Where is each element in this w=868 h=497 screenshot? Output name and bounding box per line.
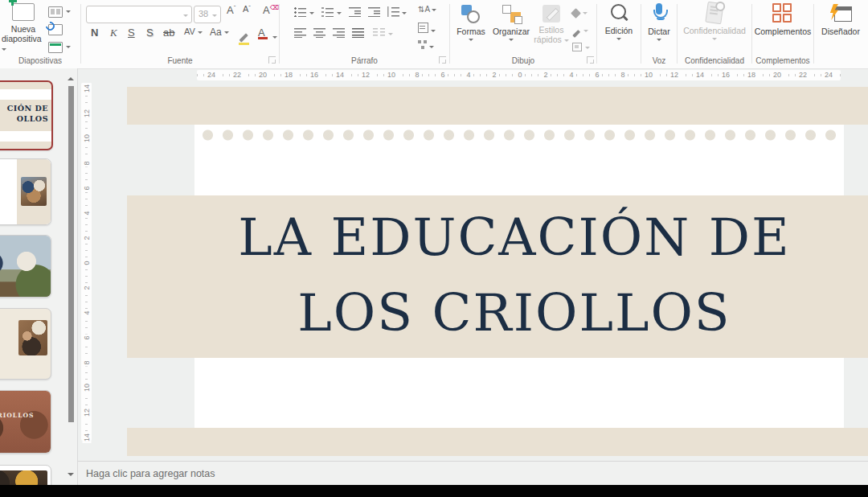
clear-formatting-button[interactable]: A⌫ xyxy=(263,4,279,16)
chevron-down-icon xyxy=(469,39,473,43)
shrink-font-button[interactable]: Aˇ xyxy=(243,4,251,14)
confidentiality-button[interactable]: Confidencialidad xyxy=(690,2,739,43)
font-size-input[interactable]: 38 xyxy=(194,6,221,23)
title-line-1: LA EDUCACIÓN DE xyxy=(194,199,834,275)
character-spacing-button[interactable]: AV xyxy=(184,27,203,36)
quick-styles-icon xyxy=(542,5,560,23)
scroll-up-arrow-icon[interactable] xyxy=(68,74,74,80)
slide-lower-white-area[interactable] xyxy=(194,358,844,428)
chevron-down-icon xyxy=(309,12,314,17)
chevron-down-icon xyxy=(272,36,277,41)
align-text-button[interactable] xyxy=(418,23,436,35)
group-label-drawing: Dibujo xyxy=(450,56,596,65)
drawing-dialog-launcher[interactable] xyxy=(587,56,594,64)
strikethrough-button[interactable]: ab xyxy=(163,27,174,39)
thumbnail-image xyxy=(21,177,47,206)
group-slides: Nueva diapositiva Diapositivas xyxy=(0,0,80,68)
ribbon: Nueva diapositiva Diapositivas 38 Aˆ Aˇ … xyxy=(0,0,868,69)
arrange-button[interactable]: Organizar xyxy=(489,5,534,43)
designer-button[interactable]: Diseñador xyxy=(816,4,866,36)
slide-bottom-beige-band[interactable] xyxy=(127,428,868,456)
bold-button[interactable]: N xyxy=(91,27,98,39)
addins-grid-icon xyxy=(772,3,793,24)
notes-pane[interactable]: Haga clic para agregar notas xyxy=(78,461,868,486)
align-center-button[interactable] xyxy=(313,27,326,38)
new-slide-button[interactable]: Nueva diapositiva xyxy=(2,3,45,53)
slide-thumbnail-5[interactable]: CRIOLLOS xyxy=(0,390,51,454)
layout-button[interactable] xyxy=(48,4,71,18)
designer-icon xyxy=(829,4,852,23)
underline-button[interactable]: S xyxy=(128,27,135,39)
paragraph-dialog-launcher[interactable] xyxy=(439,56,446,64)
shape-fill-button[interactable] xyxy=(572,6,588,20)
thumbnail-image xyxy=(18,320,47,355)
chevron-down-icon xyxy=(564,39,569,44)
highlighter-icon xyxy=(240,33,248,42)
text-shadow-button[interactable]: S xyxy=(146,27,154,39)
shape-outline-button[interactable] xyxy=(572,23,588,38)
shape-effects-button[interactable] xyxy=(572,40,590,55)
title-line-2: LOS CRIOLLOS xyxy=(194,275,834,351)
grow-font-button[interactable]: Aˆ xyxy=(227,4,235,16)
group-label-font: Fuente xyxy=(81,56,279,65)
text-highlight-button[interactable] xyxy=(239,29,249,45)
group-editing: Edición xyxy=(597,0,641,68)
shapes-button[interactable]: Formas xyxy=(453,5,489,43)
group-label-confidentiality: Confidencialidad xyxy=(678,56,751,65)
bullets-button[interactable] xyxy=(294,6,307,17)
shape-outline-icon xyxy=(572,29,580,37)
slide-thumbnail-1-selected[interactable]: CIÓN DEOLLOS xyxy=(0,80,53,150)
horizontal-ruler: 2422201816141210864202468101214161820222… xyxy=(197,70,841,80)
editing-button[interactable]: Edición xyxy=(599,3,639,43)
group-label-addins: Complementos xyxy=(752,56,813,65)
chevron-down-icon xyxy=(224,31,229,36)
group-label-paragraph: Párrafo xyxy=(280,56,449,65)
chevron-down-icon xyxy=(657,39,661,43)
confidentiality-icon xyxy=(705,2,723,25)
scroll-down-arrow-icon[interactable] xyxy=(68,473,74,479)
columns-button[interactable] xyxy=(373,27,386,38)
slide-thumbnail-4[interactable] xyxy=(0,308,51,380)
align-left-button[interactable] xyxy=(294,27,307,38)
shapes-icon xyxy=(461,5,481,24)
shape-effects-icon xyxy=(572,43,582,51)
convert-smartart-button[interactable] xyxy=(418,40,434,51)
italic-button[interactable]: K xyxy=(110,27,117,39)
chevron-down-icon xyxy=(583,12,588,17)
font-name-input[interactable] xyxy=(86,6,192,23)
slide-title-textbox[interactable]: LA EDUCACIÓN DE LOS CRIOLLOS xyxy=(194,199,834,351)
chevron-down-icon xyxy=(431,30,436,35)
slide-upper-white-area[interactable] xyxy=(194,125,844,195)
thumbnail-scrollbar[interactable] xyxy=(67,71,75,483)
slide-top-beige-band[interactable] xyxy=(127,87,868,125)
chevron-down-icon xyxy=(402,12,407,17)
notes-placeholder: Haga clic para agregar notas xyxy=(86,468,215,479)
slide-thumbnail-3[interactable] xyxy=(0,235,51,298)
text-direction-button[interactable]: ⇅A xyxy=(418,5,436,14)
decrease-indent-button[interactable] xyxy=(349,6,362,17)
numbering-button[interactable] xyxy=(321,6,334,17)
reset-slide-icon xyxy=(48,24,63,35)
arrange-icon xyxy=(502,5,521,24)
font-dialog-launcher[interactable] xyxy=(268,56,276,64)
reset-button[interactable] xyxy=(48,22,63,36)
section-button[interactable] xyxy=(48,39,71,54)
chevron-down-icon xyxy=(616,38,621,43)
search-icon xyxy=(609,3,628,24)
increase-indent-button[interactable] xyxy=(368,6,381,17)
change-case-button[interactable]: Aa xyxy=(210,27,229,38)
addins-button[interactable]: Complementos xyxy=(754,3,812,36)
group-paragraph: ⇅A Párrafo xyxy=(280,0,449,68)
quick-styles-button[interactable]: Estilos rápidos xyxy=(534,5,569,44)
font-color-button[interactable]: A xyxy=(258,27,269,39)
slide-thumbnail-2[interactable]: OS xyxy=(0,158,51,225)
align-right-button[interactable] xyxy=(333,27,346,38)
dictate-button[interactable]: Dictar xyxy=(643,3,675,43)
scrollbar-thumb[interactable] xyxy=(68,86,74,422)
chevron-down-icon xyxy=(66,46,71,51)
chevron-down-icon xyxy=(712,38,717,43)
chevron-down-icon xyxy=(66,10,71,15)
justify-button[interactable] xyxy=(352,27,365,38)
powerpoint-window: Nueva diapositiva Diapositivas 38 Aˆ Aˇ … xyxy=(0,0,868,497)
line-spacing-button[interactable] xyxy=(387,6,399,17)
